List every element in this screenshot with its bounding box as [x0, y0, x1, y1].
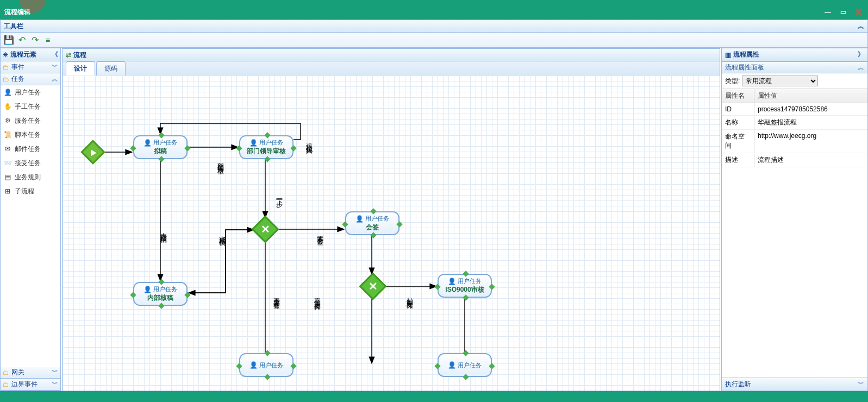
- sidebar-header[interactable]: ✳ 流程元素 《: [1, 48, 60, 61]
- folder-icon: 🗀: [3, 381, 9, 388]
- user-task-node[interactable]: 👤用户任务ISO9000审核: [438, 274, 492, 298]
- user-task-node[interactable]: 👤用户任务: [438, 353, 492, 377]
- close-button[interactable]: ✕: [853, 8, 864, 16]
- properties-title: 流程属性: [733, 50, 759, 59]
- property-value: 华融签报流程: [754, 116, 867, 129]
- sidebar-item-task-1[interactable]: ✋手工任务: [1, 99, 60, 114]
- user-task-node[interactable]: 👤用户任务部门领导审核: [239, 135, 294, 159]
- node-type-label: 👤用户任务: [249, 361, 283, 369]
- flow-icon: ⇄: [66, 51, 71, 59]
- user-task-node[interactable]: 👤用户任务: [239, 353, 294, 377]
- collapse-icon[interactable]: ︽: [858, 63, 864, 72]
- accordion-tasks-label: 任务: [11, 74, 24, 84]
- node-type-label: 👤用户任务: [448, 277, 482, 285]
- expand-icon[interactable]: ︾: [858, 380, 864, 389]
- save-button[interactable]: 💾: [4, 35, 14, 45]
- tab-source[interactable]: 源码: [96, 61, 126, 76]
- accordion-boundary-label: 边界事件: [11, 380, 38, 389]
- node-type-label: 👤用户任务: [143, 139, 177, 147]
- title-bar: 流程编辑 — ▭ ✕: [0, 4, 868, 20]
- properties-collapse-icon[interactable]: 》: [858, 50, 864, 59]
- expand-icon: ︾: [52, 380, 58, 389]
- task-type-icon: ✉: [4, 145, 11, 153]
- node-name: ISO9000审核: [445, 285, 484, 294]
- sidebar-item-task-2[interactable]: ⚙服务任务: [1, 114, 60, 128]
- center-title: 流程: [73, 51, 86, 60]
- listener-title: 执行监听: [725, 380, 751, 389]
- sidebar-item-label: 业务规则: [15, 173, 41, 182]
- properties-header[interactable]: ▥ 流程属性 》: [722, 48, 867, 61]
- property-row[interactable]: 名称华融签报流程: [722, 116, 867, 130]
- user-task-node[interactable]: 👤用户任务内部核稿: [133, 282, 188, 306]
- flow-canvas[interactable]: 👤用户任务拟稿👤用户任务部门领导审核👤用户任务内部核稿👤用户任务会签👤用户任务I…: [63, 76, 720, 391]
- sidebar-item-label: 接受任务: [15, 159, 41, 168]
- toolbar-title: 工具栏: [4, 22, 23, 31]
- property-row[interactable]: 命名空间http://www.jeecg.org: [722, 130, 867, 153]
- sidebar-item-task-3[interactable]: 📜脚本任务: [1, 128, 60, 142]
- col-header-value: 属性值: [754, 89, 867, 103]
- undo-button[interactable]: ↶: [17, 35, 27, 45]
- sidebar-item-label: 服务任务: [15, 116, 41, 125]
- accordion-tasks[interactable]: 🗁 任务 ︽: [1, 73, 60, 85]
- sidebar-item-task-7[interactable]: ⊞子流程: [1, 184, 60, 198]
- tab-design[interactable]: 设计: [66, 61, 95, 76]
- center-header: ⇄ 流程: [62, 48, 720, 61]
- grid-icon: ▥: [725, 51, 731, 59]
- toolbar-header[interactable]: 工具栏 ︽: [0, 20, 868, 33]
- minimize-button[interactable]: —: [822, 8, 833, 16]
- sidebar-item-label: 脚本任务: [15, 130, 41, 140]
- task-type-icon: ⊞: [4, 187, 11, 195]
- sidebar-item-task-0[interactable]: 👤用户任务: [1, 85, 60, 99]
- node-type-label: 👤用户任务: [355, 215, 389, 223]
- node-type-label: 👤用户任务: [143, 285, 177, 293]
- property-name: 命名空间: [722, 130, 754, 153]
- properties-subheader[interactable]: 流程属性面板 ︽: [722, 61, 867, 73]
- sidebar-collapse-icon[interactable]: 《: [52, 50, 58, 59]
- col-header-name: 属性名: [722, 89, 754, 103]
- node-name: 拟稿: [154, 147, 167, 156]
- user-icon: 👤: [249, 361, 258, 369]
- user-icon: 👤: [143, 286, 152, 293]
- sidebar-item-label: 子流程: [15, 187, 34, 196]
- task-item-list: 👤用户任务✋手工任务⚙服务任务📜脚本任务✉邮件任务📨接受任务▤业务规则⊞子流程: [1, 85, 60, 367]
- type-row: 类型: 常用流程: [722, 73, 867, 89]
- tab-strip: 设计 源码: [62, 61, 720, 76]
- toolbar-collapse-icon[interactable]: ︽: [858, 22, 864, 31]
- node-type-label: 👤用户任务: [448, 361, 482, 369]
- accordion-gateways-label: 网关: [11, 368, 24, 377]
- sidebar: ✳ 流程元素 《 🗀 事件 ︾ 🗁 任务 ︽ 👤用户任务✋手工任务⚙服务任务📜脚…: [0, 48, 61, 391]
- center-panel: ⇄ 流程 设计 源码: [62, 48, 720, 391]
- user-task-node[interactable]: 👤用户任务会签: [345, 211, 399, 235]
- gateway-x-icon: ✕: [369, 280, 378, 293]
- sidebar-item-label: 用户任务: [15, 88, 41, 97]
- property-table: 属性名 属性值 IDprocess1479785052586名称华融签报流程命名…: [722, 89, 867, 167]
- toolbar: 💾 ↶ ↷ ≡: [0, 33, 868, 48]
- property-row[interactable]: 描述流程描述: [722, 153, 867, 167]
- task-type-icon: ✋: [4, 103, 11, 110]
- status-bar: [0, 391, 868, 402]
- listener-footer[interactable]: 执行监听 ︾: [722, 378, 867, 391]
- redo-button[interactable]: ↷: [30, 35, 40, 45]
- node-type-label: 👤用户任务: [249, 139, 283, 147]
- sidebar-item-label: 手工任务: [15, 102, 41, 111]
- user-icon: 👤: [448, 278, 456, 285]
- task-type-icon: 👤: [4, 89, 11, 96]
- accordion-events[interactable]: 🗀 事件 ︾: [1, 61, 60, 73]
- accordion-boundary[interactable]: 🗀 边界事件 ︾: [1, 379, 60, 391]
- node-name: 内部核稿: [147, 293, 173, 303]
- sidebar-title: 流程元素: [10, 50, 36, 59]
- node-name: 部门领导审核: [247, 147, 286, 156]
- sidebar-item-task-5[interactable]: 📨接受任务: [1, 156, 60, 170]
- sidebar-item-task-6[interactable]: ▤业务规则: [1, 170, 60, 184]
- type-select[interactable]: 常用流程: [742, 76, 818, 86]
- accordion-gateways[interactable]: 🗀 网关 ︾: [1, 367, 60, 379]
- property-name: ID: [722, 103, 754, 115]
- property-value: process1479785052586: [754, 103, 867, 115]
- palette-icon: ✳: [3, 51, 8, 59]
- property-row[interactable]: IDprocess1479785052586: [722, 103, 867, 116]
- node-name: 会签: [366, 223, 379, 232]
- sidebar-item-task-4[interactable]: ✉邮件任务: [1, 142, 60, 156]
- user-task-node[interactable]: 👤用户任务拟稿: [133, 135, 188, 159]
- align-button[interactable]: ≡: [43, 35, 53, 45]
- maximize-button[interactable]: ▭: [838, 8, 848, 16]
